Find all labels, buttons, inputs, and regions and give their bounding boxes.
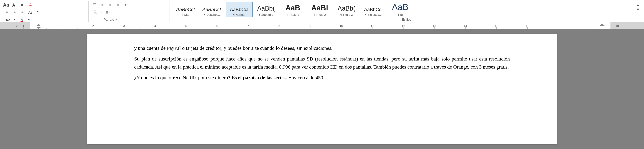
align-right-btn[interactable]: ≡ bbox=[107, 2, 114, 8]
style-preview-titulo: AaB bbox=[392, 2, 408, 12]
app-window: Aa A+ A- A ≡ ≡ ≡ A↕ ¶ bbox=[0, 0, 644, 149]
paragraph-3-intro: ¿Y que es lo que ofrece Netflix por este… bbox=[134, 75, 230, 80]
list-numbers-btn[interactable]: ≡ bbox=[11, 9, 18, 16]
list-bullets-btn[interactable]: ≡ bbox=[3, 9, 10, 16]
document-page[interactable]: y una cuenta de PayPal o tarjeta de créd… bbox=[87, 34, 557, 144]
clear-format-btn[interactable]: A bbox=[27, 2, 34, 8]
ribbon: Aa A+ A- A ≡ ≡ ≡ A↕ ¶ bbox=[0, 0, 644, 22]
document-text: y una cuenta de PayPal o tarjeta de créd… bbox=[134, 44, 510, 82]
paragraph-3: ¿Y que es lo que ofrece Netflix por este… bbox=[134, 74, 510, 82]
paragraph-inner: ☰ ≡ ≡ ≡ ↕▾ ▒ bbox=[91, 2, 130, 22]
paragraph-1: y una cuenta de PayPal o tarjeta de créd… bbox=[134, 44, 510, 52]
style-preview-titulo3: AaBb( bbox=[338, 5, 355, 12]
style-label-subtitulo: ¶ Subtítulo bbox=[259, 13, 273, 16]
style-item-titulo[interactable]: AaB Títu bbox=[387, 2, 414, 16]
style-item-descripcion[interactable]: AaBbCcL ¶ Descripc... bbox=[199, 2, 226, 16]
paragraph-section-label: Párrafo ⌐ bbox=[91, 17, 130, 22]
style-label-titulo2: ¶ Título 2 bbox=[314, 13, 326, 16]
paragraph-section: ☰ ≡ ≡ ≡ ↕▾ ▒ bbox=[89, 1, 170, 22]
paragraph-3-bold: Es el paraíso de las series. bbox=[232, 75, 287, 80]
styles-section-label: Estilos bbox=[172, 17, 641, 22]
ribbon-toolbar: Aa A+ A- A ≡ ≡ ≡ A↕ ¶ bbox=[0, 0, 644, 22]
justify-btn[interactable]: ≡ bbox=[114, 2, 122, 8]
shading-btn[interactable]: ▒ bbox=[91, 9, 100, 16]
align-left-btn[interactable]: ☰ bbox=[91, 2, 98, 8]
styles-list: AaBbCcI ¶ Cita AaBbCcL ¶ Descripc... AaB… bbox=[172, 2, 641, 16]
style-label-sinespacio: ¶ Sin espa... bbox=[365, 13, 382, 16]
shading-row: ▒ ▾ ⊟▾ bbox=[91, 9, 130, 16]
borders-btn[interactable]: ⊟▾ bbox=[104, 9, 111, 16]
style-preview-subtitulo: AaBb( bbox=[257, 5, 275, 12]
font-section-inner: Aa A+ A- A ≡ ≡ ≡ A↕ ¶ bbox=[3, 2, 42, 22]
ruler: 2 1 1 2 3 4 5 6 7 8 9 10 bbox=[0, 22, 644, 29]
line-spacing-btn[interactable]: ↕▾ bbox=[122, 2, 130, 8]
shading-arrow[interactable]: ▾ bbox=[100, 9, 104, 16]
list-indent-btn[interactable]: ≡ bbox=[19, 9, 26, 16]
font-name-row: Aa A+ A- A bbox=[3, 2, 42, 8]
style-item-cita[interactable]: AaBbCcI ¶ Cita bbox=[172, 2, 199, 16]
style-label-titulo: Títu bbox=[398, 13, 403, 16]
style-preview-titulo2: AaBl bbox=[311, 4, 328, 12]
style-item-titulo2[interactable]: AaBl ¶ Título 2 bbox=[306, 2, 333, 16]
style-item-titulo3[interactable]: AaBb( ¶ Título 3 bbox=[333, 2, 360, 16]
style-item-normal[interactable]: AaBbCcI ¶ Normal bbox=[226, 2, 252, 16]
paragraph-2: Su plan de suscripción es engañoso porqu… bbox=[134, 55, 510, 71]
list-format-row: ≡ ≡ ≡ A↕ ¶ bbox=[3, 9, 42, 16]
sort-btn[interactable]: A↕ bbox=[27, 9, 34, 16]
styles-section: AaBbCcI ¶ Cita AaBbCcL ¶ Descripc... AaB… bbox=[170, 1, 643, 22]
style-label-titulo3: ¶ Título 3 bbox=[340, 13, 353, 16]
style-preview-titulo1: AaB bbox=[286, 4, 300, 12]
svg-rect-1 bbox=[30, 22, 610, 29]
style-label-normal: ¶ Normal bbox=[233, 13, 245, 16]
ruler-svg: 2 1 1 2 3 4 5 6 7 8 9 10 bbox=[0, 22, 644, 29]
styles-scroll-up[interactable]: ▲ ▼ ⊞ bbox=[635, 2, 641, 16]
paragraph-3-after: Hay cerca de 450, bbox=[288, 75, 324, 80]
style-item-subtitulo[interactable]: AaBb( ¶ Subtítulo bbox=[252, 2, 280, 16]
increase-font-btn[interactable]: A+ bbox=[11, 2, 18, 8]
style-label-cita: ¶ Cita bbox=[182, 13, 190, 16]
svg-rect-0 bbox=[0, 22, 30, 29]
document-area: y una cuenta de PayPal o tarjeta de créd… bbox=[0, 29, 644, 149]
font-section: Aa A+ A- A ≡ ≡ ≡ A↕ ¶ bbox=[1, 1, 88, 22]
style-label-titulo1: ¶ Título 1 bbox=[286, 13, 299, 16]
style-preview-normal: AaBbCcI bbox=[230, 7, 248, 12]
align-center-btn[interactable]: ≡ bbox=[99, 2, 106, 8]
style-item-titulo1[interactable]: AaB ¶ Título 1 bbox=[280, 2, 306, 16]
style-preview-sinespacio: AaBbCcI bbox=[364, 7, 383, 12]
style-item-sinespacio[interactable]: AaBbCcI ¶ Sin espa... bbox=[360, 2, 387, 16]
paragraph-expand-icon[interactable]: ⌐ bbox=[116, 18, 117, 21]
decrease-font-btn[interactable]: A- bbox=[19, 2, 26, 8]
paragraph-mark-btn[interactable]: ¶ bbox=[34, 9, 42, 16]
style-preview-descripcion: AaBbCcL bbox=[202, 7, 222, 12]
style-label-descripcion: ¶ Descripc... bbox=[204, 13, 221, 16]
style-preview-cita: AaBbCcI bbox=[176, 7, 195, 12]
align-row: ☰ ≡ ≡ ≡ ↕▾ bbox=[91, 2, 130, 8]
font-name-display: Aa bbox=[3, 2, 9, 8]
